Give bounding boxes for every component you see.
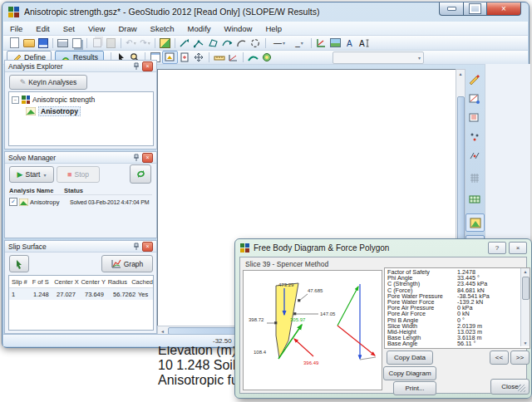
view-preferences-results-button[interactable] — [466, 213, 485, 232]
panel-close-button[interactable]: × — [142, 153, 153, 163]
zoom-page-button[interactable] — [178, 51, 192, 63]
keyin-tension-crack-button[interactable] — [466, 147, 483, 164]
pan-button[interactable] — [192, 51, 206, 63]
scroll-up-icon[interactable]: ▲ — [521, 269, 530, 274]
open-file-button[interactable] — [22, 37, 36, 49]
analysis-explorer-header[interactable]: Analysis Explorer × — [5, 61, 156, 72]
dialog-help-button[interactable]: ? — [488, 242, 506, 254]
desktop: { "window": { "title": "Anisotropic stre… — [0, 0, 532, 402]
line-style-button[interactable]: —▾ — [268, 37, 290, 49]
base-shear-vector — [294, 339, 313, 356]
print-button[interactable] — [56, 37, 70, 49]
stop-icon: ■ — [67, 170, 71, 179]
pin-icon[interactable] — [133, 62, 140, 71]
draw-regions-button[interactable] — [206, 37, 220, 49]
copy-button[interactable] — [90, 37, 104, 49]
dialog-title-bar[interactable]: Free Body Diagram & Force Polygon ? × — [235, 239, 531, 257]
slip-surface-header[interactable]: Slip Surface × — [5, 241, 156, 252]
draw-slip-surfaces-button[interactable] — [466, 71, 483, 87]
draw-circle-button[interactable] — [249, 37, 263, 49]
solve-manager-header[interactable]: Solve Manager × — [5, 152, 156, 164]
keyin-slip-axis-button[interactable] — [466, 128, 483, 145]
zoom-objects-button[interactable] — [162, 51, 178, 64]
maximize-button[interactable] — [464, 2, 487, 16]
previous-slice-button[interactable]: << — [490, 351, 509, 365]
copy-data-button[interactable]: Copy Data — [387, 351, 433, 365]
draw-mesh-button[interactable] — [466, 190, 483, 207]
sketch-axes-button[interactable] — [314, 37, 328, 49]
menu-sketch[interactable]: Sketch — [144, 23, 181, 34]
new-file-button[interactable] — [7, 37, 22, 49]
slice-properties-list[interactable]: Factor of Safety1.2478 Phi Angle33.445 °… — [384, 267, 530, 349]
refresh-analyses-button[interactable] — [130, 164, 151, 184]
title-bar[interactable]: Anisotropic strength.gsz* - GeoStudio 20… — [2, 2, 529, 21]
view-preferences-button[interactable] — [158, 37, 172, 49]
fill-style-button[interactable]: _▾ — [290, 37, 308, 49]
interpret-results-button[interactable] — [246, 51, 260, 63]
scroll-down-icon[interactable]: ▼ — [524, 341, 528, 346]
copy-diagram-button[interactable]: Copy Diagram — [383, 366, 436, 380]
next-slice-button[interactable]: >> — [510, 351, 530, 365]
tree-child-item[interactable]: Anisotropy — [26, 106, 153, 116]
print-button[interactable]: Print... — [393, 381, 436, 395]
analysis-result-icon — [19, 199, 28, 206]
protractor-button[interactable] — [226, 51, 240, 63]
menu-draw[interactable]: Draw — [111, 23, 143, 34]
draw-slip-radius-button[interactable] — [466, 90, 483, 106]
start-solve-button[interactable]: ▶ Start ▾ — [9, 166, 54, 183]
save-button[interactable] — [36, 37, 50, 49]
paste-button[interactable] — [104, 37, 118, 49]
minimize-button[interactable] — [439, 2, 464, 16]
menu-set[interactable]: Set — [57, 23, 81, 34]
draw-polyline-button[interactable] — [220, 37, 234, 49]
menu-window[interactable]: Window — [218, 23, 259, 34]
keyin-analyses-button[interactable]: ✎ KeyIn Analyses — [9, 75, 87, 90]
properties-scroll-thumb[interactable] — [522, 277, 530, 300]
properties-scrollbar[interactable]: ▲ ▼ — [520, 268, 530, 346]
ruler-button[interactable] — [212, 51, 226, 63]
analysis-checkbox[interactable]: ✓ — [9, 198, 17, 206]
contour-settings-button[interactable] — [260, 51, 274, 63]
draw-points-button[interactable] — [178, 37, 192, 49]
save-icon — [38, 38, 48, 48]
sketch-picture-button[interactable] — [328, 37, 342, 49]
cell-center-y: 73.649 — [85, 291, 113, 298]
menu-view[interactable]: View — [81, 23, 111, 34]
panel-close-button[interactable]: × — [142, 242, 153, 252]
previous-slice-label: << — [495, 354, 503, 361]
tree-collapse-box[interactable]: − — [12, 96, 19, 104]
dialog-content: Slice 39 - Spencer Method — [239, 257, 527, 394]
col-fos: F of S — [32, 278, 55, 286]
print-preview-button[interactable] — [70, 37, 84, 49]
scroll-up-icon[interactable]: ▲ — [456, 71, 465, 76]
sketch-text-button[interactable]: A — [342, 37, 357, 49]
pin-icon[interactable] — [133, 243, 140, 251]
close-button[interactable]: × — [487, 2, 521, 16]
menu-modify[interactable]: Modify — [181, 23, 218, 34]
undo-button[interactable]: ↶▾ — [124, 37, 138, 49]
menu-help[interactable]: Help — [259, 23, 288, 34]
sketch-text-icon: A — [345, 38, 355, 48]
draw-slip-grid-button[interactable] — [466, 109, 483, 125]
select-slip-button[interactable] — [9, 255, 29, 272]
stop-solve-button[interactable]: ■ Stop — [57, 166, 100, 183]
slip-table-row[interactable]: 1 1.248 27.027 73.649 56.7262 Yes — [9, 288, 153, 300]
scroll-left-icon[interactable]: ◄ — [160, 329, 165, 334]
draw-circle-icon — [250, 38, 261, 48]
draw-grid-button[interactable] — [466, 169, 483, 186]
cell-slip-num: 1 — [12, 291, 33, 298]
solve-table-row[interactable]: ✓ Anisotropy Solved 03-Feb-2012 4:47:04 … — [9, 198, 152, 206]
panel-close-button[interactable]: × — [142, 61, 153, 71]
menu-file[interactable]: File — [3, 23, 29, 34]
menu-edit[interactable]: Edit — [29, 23, 56, 34]
label-text-button[interactable]: A — [357, 37, 371, 49]
pin-icon[interactable] — [133, 154, 140, 162]
redo-button[interactable]: ↷▾ — [138, 37, 152, 49]
resize-grip[interactable] — [518, 385, 525, 392]
draw-arc-button[interactable] — [234, 37, 249, 49]
zoom-combobox[interactable]: ▾ — [332, 51, 424, 64]
draw-lines-button[interactable] — [192, 37, 206, 49]
graph-button[interactable]: Graph — [101, 255, 153, 272]
tree-root-item[interactable]: − Anisotropic strength — [12, 96, 153, 104]
dialog-close-button[interactable]: × — [509, 242, 527, 254]
